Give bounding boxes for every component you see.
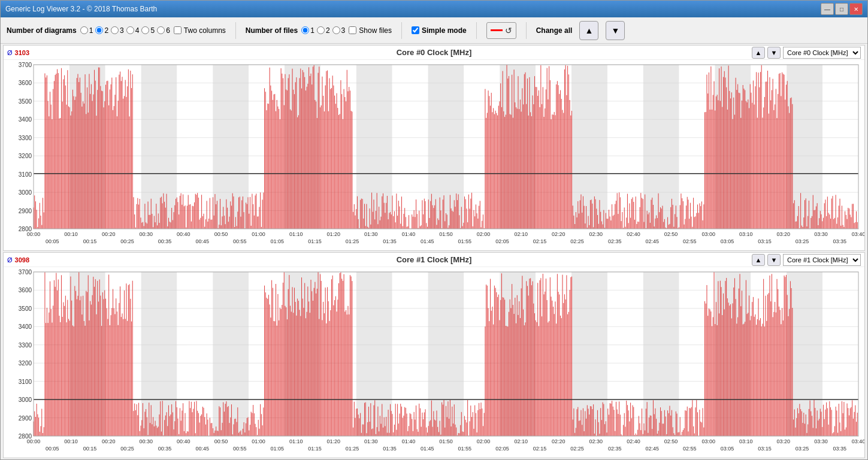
separator-4 [526,22,527,39]
chart-body-0 [4,60,864,250]
chart-avg-value-0: 3103 [15,49,29,56]
chart-avg-value-1: 3098 [15,256,29,264]
simple-mode-checkbox-item[interactable]: Simple mode [412,26,467,35]
chart-canvas-1 [4,267,864,458]
two-columns-checkbox[interactable] [174,26,182,34]
separator-3 [476,22,477,39]
chart-controls-1: ▲ ▼ Core #1 Clock [MHz] [752,254,861,266]
diagrams-radio-5[interactable]: 5 [141,26,155,35]
chart-select-0[interactable]: Core #0 Clock [MHz] [783,47,861,59]
show-files-checkbox-item[interactable]: Show files [349,26,392,35]
chart-panel-0: Ø 3103 Core #0 Clock [MHz] ▲ ▼ Core #0 C… [3,45,865,251]
window-title: Generic Log Viewer 3.2 - © 2018 Thomas B… [5,5,157,13]
diagrams-radio-6[interactable]: 6 [157,26,170,35]
diagrams-radio-1[interactable]: 1 [80,26,93,35]
chart-avg-0: Ø 3103 [7,49,29,56]
chart-title-1: Core #1 Clock [MHz] [397,255,472,264]
chart-up-btn-0[interactable]: ▲ [752,47,765,59]
files-label: Number of files [246,26,298,35]
chart-panel-1: Ø 3098 Core #1 Clock [MHz] ▲ ▼ Core #1 C… [3,252,865,458]
chart-controls-0: ▲ ▼ Core #0 Clock [MHz] [752,47,861,59]
files-radio-group: 1 2 3 [301,26,345,35]
charts-container: Ø 3103 Core #0 Clock [MHz] ▲ ▼ Core #0 C… [1,44,867,459]
separator-1 [235,22,236,39]
separator-2 [401,22,402,39]
toolbar: Number of diagrams 1 2 3 4 5 6 [1,17,867,44]
diagrams-radio-3[interactable]: 3 [111,26,124,35]
two-columns-checkbox-item[interactable]: Two columns [174,26,226,35]
chart-up-btn-1[interactable]: ▲ [752,254,765,266]
files-radio-3[interactable]: 3 [332,26,346,35]
files-radio-2[interactable]: 2 [317,26,330,35]
close-button[interactable]: ✕ [849,3,863,15]
show-files-label: Show files [359,26,392,35]
title-bar: Generic Log Viewer 3.2 - © 2018 Thomas B… [1,1,867,17]
refresh-icon: ↺ [505,26,512,35]
minimize-button[interactable]: — [821,3,834,15]
chart-title-0: Core #0 Clock [MHz] [397,48,472,57]
diagrams-radio-2[interactable]: 2 [95,26,108,35]
diagrams-radio-group: 1 2 3 4 5 6 [80,26,170,35]
chart-header-1: Ø 3098 Core #1 Clock [MHz] ▲ ▼ Core #1 C… [4,253,864,267]
diagrams-label: Number of diagrams [7,26,77,35]
chart-select-1[interactable]: Core #1 Clock [MHz] [783,254,861,266]
diagrams-group: Number of diagrams 1 2 3 4 5 6 [7,26,226,35]
show-files-checkbox[interactable] [349,26,356,34]
chart-avg-1: Ø 3098 [7,256,29,264]
arrow-up-button[interactable]: ▲ [579,21,598,40]
title-bar-buttons: — □ ✕ [821,3,863,15]
chart-body-1 [4,267,864,458]
diagrams-radio-4[interactable]: 4 [126,26,140,35]
chart-down-btn-1[interactable]: ▼ [767,254,781,266]
two-columns-label: Two columns [184,26,226,35]
files-radio-1[interactable]: 1 [301,26,314,35]
simple-mode-checkbox[interactable] [412,26,419,34]
main-window: Generic Log Viewer 3.2 - © 2018 Thomas B… [0,0,868,460]
reset-button[interactable]: ↺ [486,22,516,39]
files-group: Number of files 1 2 3 Show files [246,26,392,35]
maximize-button[interactable]: □ [835,3,848,15]
arrow-down-button[interactable]: ▼ [606,21,625,40]
line-icon [491,29,503,31]
chart-down-btn-0[interactable]: ▼ [767,47,781,59]
simple-mode-label: Simple mode [422,26,467,35]
chart-canvas-0 [4,60,864,250]
change-all-label: Change all [536,26,573,35]
chart-header-0: Ø 3103 Core #0 Clock [MHz] ▲ ▼ Core #0 C… [4,46,864,60]
